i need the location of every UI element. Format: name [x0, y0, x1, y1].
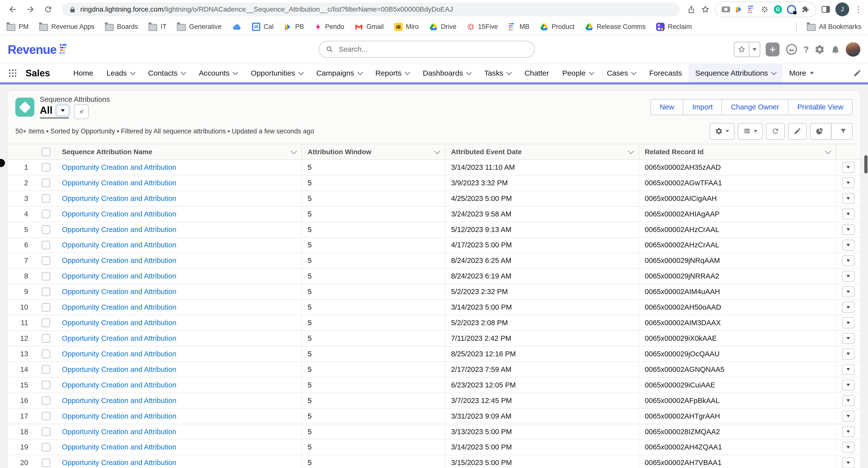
row-checkbox-cell[interactable]: [35, 428, 56, 436]
chevron-down-icon[interactable]: [181, 69, 186, 75]
chevron-down-icon[interactable]: [291, 148, 297, 154]
list-view-controls-button[interactable]: [710, 123, 735, 139]
bookmark-15five[interactable]: 15Five: [467, 23, 498, 31]
row-checkbox-cell[interactable]: [35, 272, 56, 280]
checkbox[interactable]: [42, 179, 50, 187]
colored-arrow-extension-icon[interactable]: [735, 5, 743, 13]
vertical-scrollbar-thumb[interactable]: [864, 155, 867, 174]
checkbox[interactable]: [42, 350, 50, 358]
chevron-down-icon[interactable]: [298, 69, 304, 75]
checkbox[interactable]: [42, 412, 50, 420]
record-link[interactable]: Opportunity Creation and Attribution: [62, 241, 177, 249]
row-checkbox-cell[interactable]: [35, 241, 56, 249]
checkbox[interactable]: [42, 334, 50, 342]
checkbox[interactable]: [42, 318, 50, 327]
tab-more[interactable]: More: [782, 64, 820, 82]
row-checkbox-cell[interactable]: [35, 163, 56, 171]
checkbox[interactable]: [42, 303, 50, 312]
row-actions-button[interactable]: [842, 209, 855, 219]
row-checkbox-cell[interactable]: [35, 459, 56, 467]
checkbox[interactable]: [42, 459, 50, 467]
bookmark-pm[interactable]: PM: [7, 23, 29, 31]
tab-opportunities[interactable]: Opportunities: [244, 64, 310, 82]
record-link[interactable]: Opportunity Creation and Attribution: [62, 366, 177, 373]
checkbox[interactable]: [42, 365, 50, 374]
bookmark-generative[interactable]: Generative: [177, 23, 221, 31]
row-actions-button[interactable]: [842, 240, 855, 251]
printable-view-button[interactable]: Printable View: [788, 99, 852, 115]
row-actions-button[interactable]: [842, 426, 855, 437]
chevron-down-icon[interactable]: [506, 69, 512, 75]
row-actions-button[interactable]: [842, 271, 855, 282]
bookmark-release-comms[interactable]: Release Comms: [585, 23, 646, 31]
row-checkbox-cell[interactable]: [35, 412, 56, 420]
favorite-star-icon[interactable]: [738, 45, 746, 54]
chevron-down-icon[interactable]: [466, 69, 472, 75]
screenshot-extension-icon[interactable]: [722, 6, 730, 12]
bookmark-boards[interactable]: Boards: [105, 23, 138, 31]
bookmark-pendo[interactable]: Pendo: [315, 23, 344, 31]
privacy-lock-extension-icon[interactable]: [787, 5, 796, 14]
tab-tasks[interactable]: Tasks: [477, 64, 518, 82]
inline-edit-button[interactable]: [788, 123, 807, 139]
row-actions-button[interactable]: [842, 224, 855, 235]
column-header-attribution-window[interactable]: Attribution Window: [302, 144, 445, 159]
share-icon[interactable]: [687, 5, 696, 14]
record-link[interactable]: Opportunity Creation and Attribution: [62, 210, 177, 218]
row-actions-button[interactable]: [842, 411, 855, 422]
all-bookmarks[interactable]: All Bookmarks: [796, 23, 861, 31]
bookmark-gmail[interactable]: Gmail: [355, 23, 383, 31]
row-checkbox-cell[interactable]: [35, 443, 56, 451]
help-icon[interactable]: ?: [804, 44, 809, 55]
tab-reports[interactable]: Reports: [369, 64, 416, 82]
column-header-name[interactable]: Sequence Attribution Name: [56, 144, 302, 159]
forward-button[interactable]: [23, 2, 37, 17]
row-checkbox-cell[interactable]: [35, 303, 56, 312]
chevron-down-icon[interactable]: [628, 148, 634, 154]
favorites-list-caret-icon[interactable]: [752, 48, 756, 51]
record-link[interactable]: Opportunity Creation and Attribution: [62, 319, 177, 327]
row-checkbox-cell[interactable]: [35, 210, 56, 218]
column-header-related-record-id[interactable]: Related Record Id: [639, 144, 836, 159]
row-actions-button[interactable]: [842, 317, 855, 328]
bookmark-cal[interactable]: 28Cal: [252, 23, 274, 31]
record-link[interactable]: Opportunity Creation and Attribution: [62, 194, 177, 202]
spinner-extension-icon[interactable]: [761, 5, 769, 13]
record-link[interactable]: Opportunity Creation and Attribution: [62, 226, 177, 233]
display-as-button[interactable]: [738, 123, 763, 139]
tab-chatter[interactable]: Chatter: [518, 64, 556, 82]
setup-gear-icon[interactable]: [814, 44, 825, 55]
checkbox[interactable]: [42, 210, 50, 218]
tab-campaigns[interactable]: Campaigns: [310, 64, 369, 82]
row-actions-button[interactable]: [842, 333, 855, 344]
checkbox[interactable]: [42, 225, 50, 234]
tab-sequence-attributions[interactable]: Sequence Attributions: [688, 64, 782, 82]
bookmark-pb[interactable]: PB: [284, 23, 304, 31]
row-checkbox-cell[interactable]: [35, 256, 56, 265]
chevron-down-icon[interactable]: [589, 69, 594, 75]
checkbox[interactable]: [42, 396, 50, 405]
checkbox[interactable]: [42, 241, 50, 249]
row-actions-button[interactable]: [842, 255, 855, 266]
record-link[interactable]: Opportunity Creation and Attribution: [62, 381, 177, 389]
bookmark-star-icon[interactable]: [701, 5, 710, 14]
checkbox[interactable]: [42, 194, 50, 202]
checkbox[interactable]: [42, 288, 50, 296]
bookmark-cloud[interactable]: [232, 23, 242, 30]
list-view-selector[interactable]: All: [40, 105, 69, 118]
bookmark-product[interactable]: Product: [540, 23, 575, 31]
notifications-bell-icon[interactable]: [831, 44, 840, 54]
row-actions-button[interactable]: [842, 395, 855, 406]
row-checkbox-cell[interactable]: [35, 396, 56, 405]
global-actions-button[interactable]: +: [766, 42, 779, 56]
record-link[interactable]: Opportunity Creation and Attribution: [62, 412, 177, 420]
tab-home[interactable]: Home: [67, 64, 100, 82]
new-button[interactable]: New: [651, 99, 684, 115]
record-link[interactable]: Opportunity Creation and Attribution: [62, 179, 177, 187]
tab-dashboards[interactable]: Dashboards: [416, 64, 478, 82]
chevron-down-icon[interactable]: [405, 69, 410, 75]
checkbox[interactable]: [42, 256, 50, 265]
checkbox[interactable]: [42, 428, 50, 436]
app-launcher-icon[interactable]: [8, 68, 18, 78]
bookmark-miro[interactable]: Miro: [394, 23, 419, 31]
